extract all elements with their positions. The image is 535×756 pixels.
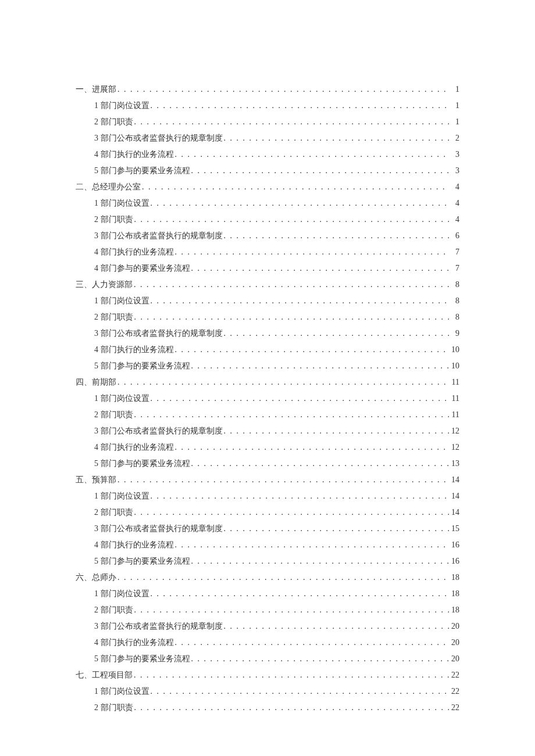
toc-entry: 2 部门职责1	[94, 114, 459, 130]
toc-entry-label: 1 部门岗位设置	[94, 293, 149, 309]
toc-entry-page: 6	[449, 228, 459, 244]
toc-leader-dots	[149, 293, 450, 309]
toc-entry-page: 14	[449, 488, 459, 504]
toc-entry-label: 4 部门执行的业务流程	[94, 439, 174, 456]
toc-entry-page: 8	[449, 293, 459, 309]
toc-entry-label: 七、工程项目部	[76, 667, 133, 683]
toc-entry: 4 部门执行的业务流程10	[94, 342, 459, 358]
toc-leader-dots	[133, 114, 450, 130]
toc-entry-page: 4	[449, 212, 459, 228]
toc-entry-label: 2 部门职责	[94, 309, 133, 325]
toc-leader-dots	[174, 146, 450, 163]
toc-leader-dots	[133, 212, 450, 228]
toc-leader-dots	[116, 374, 449, 390]
toc-entry-page: 18	[449, 602, 459, 618]
toc-entry: 4 部门执行的业务流程16	[94, 537, 459, 553]
toc-entry-page: 1	[449, 81, 459, 98]
toc-entry: 七、工程项目部22	[76, 667, 459, 683]
toc-leader-dots	[190, 358, 450, 374]
toc-entry-label: 5 部门参与的要紧业务流程	[94, 456, 190, 472]
toc-entry: 2 部门职责22	[94, 700, 459, 716]
toc-leader-dots	[190, 163, 450, 179]
toc-entry-page: 16	[449, 537, 459, 553]
toc-leader-dots	[141, 179, 449, 195]
toc-entry: 5 部门参与的要紧业务流程16	[94, 553, 459, 569]
toc-leader-dots	[149, 98, 450, 114]
toc-entry-page: 12	[449, 439, 459, 456]
toc-entry: 1 部门岗位设置11	[94, 390, 459, 407]
toc-leader-dots	[116, 569, 449, 586]
toc-entry-label: 1 部门岗位设置	[94, 683, 149, 700]
toc-entry-page: 13	[449, 456, 459, 472]
toc-entry: 3 部门公布或者监督执行的规章制度20	[94, 618, 459, 635]
toc-entry-label: 4 部门参与的要紧业务流程	[94, 260, 190, 277]
toc-leader-dots	[174, 439, 450, 456]
toc-entry-page: 8	[449, 277, 459, 293]
toc-leader-dots	[149, 586, 450, 602]
toc-entry-label: 二、总经理办公室	[76, 179, 141, 195]
toc-entry: 1 部门岗位设置1	[94, 98, 459, 114]
toc-entry-label: 1 部门岗位设置	[94, 488, 149, 504]
toc-entry: 2 部门职责14	[94, 504, 459, 521]
toc-entry: 3 部门公布或者监督执行的规章制度6	[94, 228, 459, 244]
toc-leader-dots	[174, 342, 450, 358]
toc-entry-label: 2 部门职责	[94, 114, 133, 130]
toc-leader-dots	[133, 667, 449, 683]
toc-entry: 3 部门公布或者监督执行的规章制度9	[94, 325, 459, 342]
toc-entry-page: 14	[449, 504, 459, 521]
toc-leader-dots	[190, 260, 450, 277]
toc-entry: 4 部门执行的业务流程7	[94, 244, 459, 260]
toc-entry-page: 4	[449, 179, 459, 195]
toc-leader-dots	[190, 553, 450, 569]
toc-entry: 1 部门岗位设置14	[94, 488, 459, 504]
toc-entry: 2 部门职责8	[94, 309, 459, 325]
toc-leader-dots	[190, 456, 450, 472]
toc-entry: 2 部门职责11	[94, 407, 459, 423]
toc-entry: 二、总经理办公室4	[76, 179, 459, 195]
toc-leader-dots	[149, 195, 450, 212]
toc-entry-page: 20	[449, 651, 459, 667]
toc-entry-page: 11	[449, 407, 459, 423]
toc-leader-dots	[223, 228, 450, 244]
toc-entry-page: 3	[449, 163, 459, 179]
toc-entry-page: 15	[449, 521, 459, 537]
toc-entry-label: 3 部门公布或者监督执行的规章制度	[94, 618, 223, 635]
toc-entry-page: 9	[449, 325, 459, 342]
toc-leader-dots	[149, 488, 450, 504]
toc-entry-label: 4 部门执行的业务流程	[94, 342, 174, 358]
toc-leader-dots	[133, 504, 450, 521]
toc-entry-page: 1	[449, 114, 459, 130]
toc-entry-label: 3 部门公布或者监督执行的规章制度	[94, 228, 223, 244]
toc-entry-label: 六、总师办	[76, 569, 116, 586]
toc-entry-label: 1 部门岗位设置	[94, 98, 149, 114]
toc-leader-dots	[223, 618, 450, 635]
toc-entry-label: 3 部门公布或者监督执行的规章制度	[94, 521, 223, 537]
toc-entry-label: 2 部门职责	[94, 407, 133, 423]
toc-entry-label: 三、人力资源部	[76, 277, 133, 293]
toc-entry-label: 4 部门执行的业务流程	[94, 146, 174, 163]
toc-entry: 3 部门公布或者监督执行的规章制度2	[94, 130, 459, 146]
toc-leader-dots	[174, 537, 450, 553]
toc-entry-label: 5 部门参与的要紧业务流程	[94, 651, 190, 667]
toc-entry-page: 2	[449, 130, 459, 146]
document-page: 一、进展部11 部门岗位设置12 部门职责13 部门公布或者监督执行的规章制度2…	[0, 0, 535, 756]
toc-entry: 1 部门岗位设置4	[94, 195, 459, 212]
toc-entry-page: 11	[449, 374, 459, 390]
toc-entry-label: 1 部门岗位设置	[94, 195, 149, 212]
toc-entry-label: 2 部门职责	[94, 602, 133, 618]
toc-entry-page: 7	[449, 260, 459, 277]
toc-leader-dots	[174, 635, 450, 651]
toc-leader-dots	[223, 130, 450, 146]
toc-leader-dots	[133, 309, 450, 325]
toc-leader-dots	[149, 683, 450, 700]
toc-entry-page: 8	[449, 309, 459, 325]
toc-leader-dots	[223, 521, 450, 537]
toc-entry-page: 16	[449, 553, 459, 569]
toc-leader-dots	[116, 472, 449, 488]
toc-entry-page: 22	[449, 700, 459, 716]
toc-entry-page: 4	[449, 195, 459, 212]
toc-entry: 1 部门岗位设置18	[94, 586, 459, 602]
toc-entry: 1 部门岗位设置22	[94, 683, 459, 700]
toc-leader-dots	[133, 277, 449, 293]
toc-entry-page: 7	[449, 244, 459, 260]
